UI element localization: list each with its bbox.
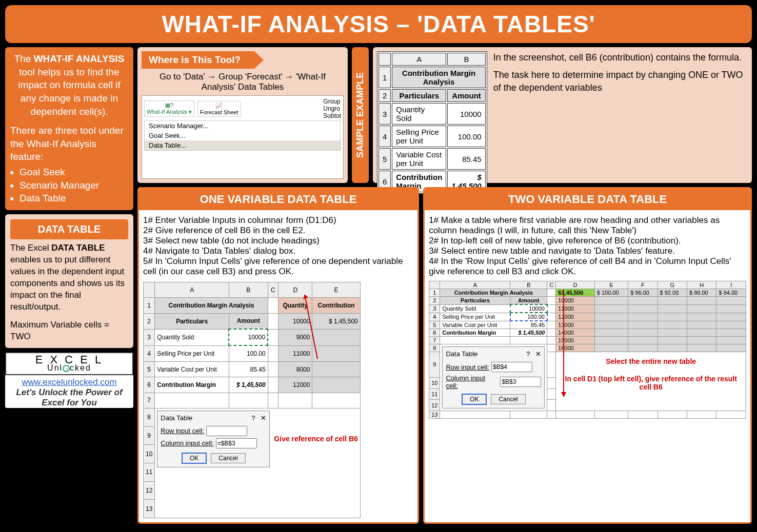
two-var-dialog: Data Table? ✕ Row input cell: Column inp… [442,346,545,408]
one-var-title: ONE VARIABLE DATA TABLE [139,189,417,210]
ribbon-mock: ▦?What-If Analysis ▾ 📈Forecast Sheet Gro… [142,95,344,179]
datatable-card: DATA TABLE The Excel DATA TABLE enables … [5,214,133,348]
bullet-scenario: Scenario Manager [19,179,128,192]
where-box: Where is This Tool? Go to 'Data' → Group… [137,47,348,183]
where-path: Go to 'Data' → Group 'Forecast' → 'What-… [142,72,344,92]
sample-label: SAMPLE EXAMPLE [352,47,369,183]
forecast-btn[interactable]: 📈Forecast Sheet [197,101,241,117]
sample-table: AB 1Contribution Margin Analysis 2Partic… [377,51,487,194]
one-var-sheet: ABCDE 1Contribution Margin AnalysisQuant… [143,282,361,518]
where-tab: Where is This Tool? [142,51,254,69]
page-title: WHAT-IF ANALYSIS – 'DATA TABLES' [5,5,752,43]
datatable-title: DATA TABLE [10,219,128,239]
left-column: The WHAT-IF ANALYSIS tool helps us to fi… [5,47,133,524]
website-link[interactable]: www.excelunlocked.com [5,377,133,387]
tagline: Let's Unlock the Power of Excel for You [5,387,133,408]
bullet-goalseek: Goal Seek [19,166,128,179]
logo: E X C E L Unlcked [5,352,133,375]
cancel-button-2[interactable]: Cancel [491,394,525,404]
ok-button[interactable]: OK [182,453,207,464]
col-input[interactable] [216,438,257,448]
bullet-datatable: Data Table [19,192,128,205]
intro-card: The WHAT-IF ANALYSIS tool helps us to fi… [5,47,133,210]
menu-datatable[interactable]: Data Table... [145,140,341,150]
two-var-sheet: ABCDEFGHI 1Contribution Margin Analysis$… [429,281,746,419]
datatable-dialog: Data Table? ✕ Row input cell: Column inp… [157,411,270,467]
sample-box: AB 1Contribution Margin Analysis 2Partic… [373,47,752,183]
sample-text2: The task here to determine impact by cha… [493,69,748,94]
col-input-2[interactable] [500,377,541,387]
callout-d1: In cell D1 (top left cell), give referen… [561,375,741,391]
one-var-box: ONE VARIABLE DATA TABLE 1# Enter Variabl… [137,187,419,524]
top-row: Where is This Tool? Go to 'Data' → Group… [137,47,752,183]
two-var-box: TWO VARIABLE DATA TABLE 1# Make a table … [423,187,752,524]
cancel-button[interactable]: Cancel [211,453,245,463]
ok-button-2[interactable]: OK [462,394,487,405]
two-var-title: TWO VARIABLE DATA TABLE [425,189,750,210]
menu-scenario[interactable]: Scenario Manager... [145,121,341,131]
row-input-2[interactable] [491,362,532,372]
menu-goalseek[interactable]: Goal Seek... [145,131,341,140]
bottom-row: ONE VARIABLE DATA TABLE 1# Enter Variabl… [137,187,752,524]
callout-select: Select the entire new table [561,357,741,365]
row-input[interactable] [206,426,247,436]
main-layout: The WHAT-IF ANALYSIS tool helps us to fi… [5,47,752,524]
right-column: Where is This Tool? Go to 'Data' → Group… [137,47,752,524]
whatif-btn[interactable]: ▦?What-If Analysis ▾ [144,100,194,117]
callout-b6: Give reference of cell B6 [274,435,357,443]
sample-text1: In the screenshot, cell B6 (contribution… [493,51,748,64]
